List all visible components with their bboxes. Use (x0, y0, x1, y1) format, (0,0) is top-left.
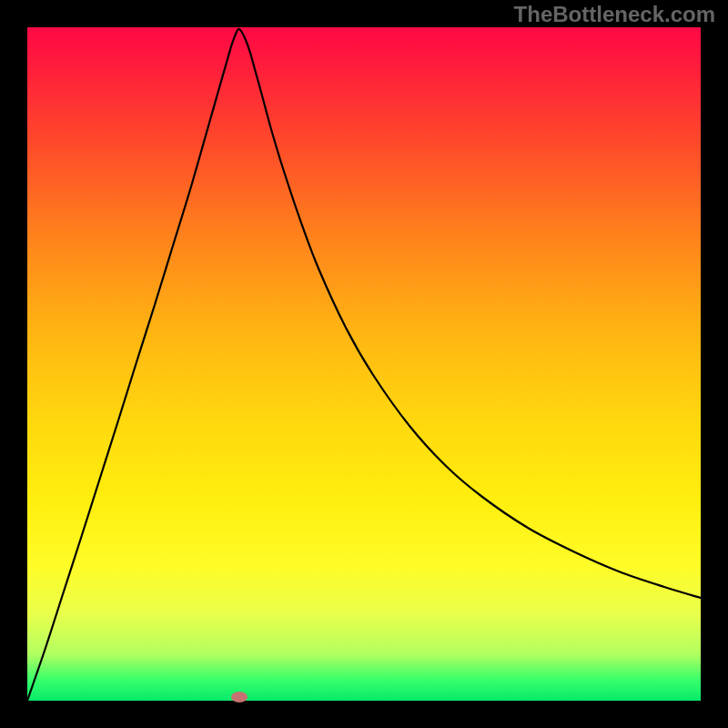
curve-svg (27, 27, 701, 701)
bottleneck-curve (27, 29, 701, 701)
plot-area (27, 27, 701, 701)
watermark-text: TheBottleneck.com (514, 2, 715, 27)
chart-frame: TheBottleneck.com (0, 0, 728, 728)
minimum-marker (231, 692, 248, 703)
